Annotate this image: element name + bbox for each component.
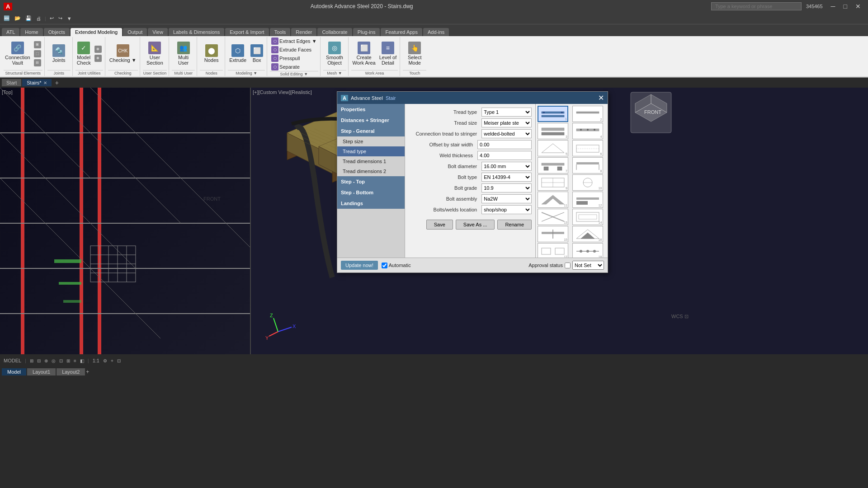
tab-stairs[interactable]: Stairs* ✕ <box>22 79 51 86</box>
thumb-9[interactable]: 9 <box>538 174 568 191</box>
tab-export-import[interactable]: Export & Import <box>225 28 269 36</box>
joint-util-btn-2[interactable]: ⊗ <box>93 54 103 62</box>
add-layout-button[interactable]: + <box>86 369 89 375</box>
select-bolt-grade[interactable]: 10.9 8.8 <box>481 183 532 192</box>
add-tab-button[interactable]: + <box>52 78 61 87</box>
automatic-checkbox-label[interactable]: Automatic <box>382 263 411 268</box>
grid-toggle[interactable]: ⊞ <box>30 358 33 363</box>
plus-button[interactable]: + <box>111 358 113 363</box>
nav-tread-dim-1[interactable]: Tread dimensions 1 <box>337 156 405 166</box>
joint-util-btn-1[interactable]: ⊕ <box>93 45 103 53</box>
thumb-5[interactable]: 5 <box>538 140 568 156</box>
joints-button[interactable]: 🔩 Joints <box>51 43 67 64</box>
nav-tread-type[interactable]: Tread type <box>337 146 405 156</box>
tab-objects[interactable]: Objects <box>44 28 70 36</box>
thumb-7[interactable]: 7 <box>538 157 568 174</box>
thumb-16[interactable]: 16 <box>572 226 603 242</box>
ortho-toggle[interactable]: ⊕ <box>44 358 48 363</box>
fullscreen-button[interactable]: ⊡ <box>117 358 121 363</box>
qa-more-button[interactable]: ▼ <box>65 15 74 22</box>
snap-toggle[interactable]: ⊟ <box>37 358 41 363</box>
thumb-8[interactable]: 8 <box>572 157 603 174</box>
maximize-button[interactable]: □ <box>840 2 851 11</box>
select-bolt-type[interactable]: EN 14399-4 <box>481 173 532 182</box>
input-offset[interactable] <box>477 140 532 149</box>
extrude-faces-button[interactable]: ⬡ Extrude Faces <box>270 46 318 54</box>
user-section-button[interactable]: 📐 UserSection <box>145 41 165 66</box>
nav-step-top[interactable]: Step - Top <box>337 176 405 187</box>
close-stairs-tab[interactable]: ✕ <box>43 80 47 85</box>
nodes-button[interactable]: ⬤ Nodes <box>203 43 220 64</box>
thumb-15[interactable]: 15 <box>538 226 568 242</box>
box-button[interactable]: ⬜ Box <box>249 43 265 64</box>
nav-properties[interactable]: Properties <box>337 104 405 115</box>
search-input[interactable] <box>711 2 802 10</box>
select-tread-size[interactable]: Meiser plate ste <box>481 118 532 127</box>
tab-output[interactable]: Output <box>123 28 147 36</box>
extract-edges-button[interactable]: ⬡ Extract Edges ▼ <box>270 37 318 45</box>
thumb-18[interactable]: 18 <box>572 243 603 258</box>
select-bolt-assembly[interactable]: Na2W <box>481 194 532 203</box>
automatic-checkbox[interactable] <box>382 263 387 268</box>
model-check-button[interactable]: ✓ ModelCheck <box>75 41 92 66</box>
lineweight-toggle[interactable]: ≡ <box>74 358 76 363</box>
print-button[interactable]: 🖨 <box>34 15 43 22</box>
right-viewport[interactable]: [+][Custom View][Realistic] <box>251 88 868 354</box>
struct-btn-3[interactable]: ⊟ <box>33 59 42 67</box>
save-as-button[interactable]: Save As ... <box>456 220 495 230</box>
tab-model[interactable]: Model <box>2 368 26 375</box>
tab-layout1[interactable]: Layout1 <box>27 368 56 375</box>
tab-render[interactable]: Render <box>291 28 316 36</box>
thumb-6[interactable]: 6 <box>572 140 603 156</box>
select-tread-type[interactable]: Type 1 Type 2 <box>481 108 532 117</box>
transparency-toggle[interactable]: ◧ <box>80 358 84 363</box>
tab-featured-apps[interactable]: Featured Apps <box>381 28 422 36</box>
smooth-object-button[interactable]: ◎ SmoothObject <box>325 41 344 66</box>
select-mode-button[interactable]: 👆 SelectMode <box>406 41 423 66</box>
thumb-1[interactable]: 1 <box>538 106 568 122</box>
update-now-button[interactable]: Update now! <box>341 261 378 270</box>
tab-tools[interactable]: Tools <box>270 28 291 36</box>
thumb-13[interactable]: 13 <box>538 209 568 225</box>
tab-labels-dimensions[interactable]: Labels & Dimensions <box>169 28 224 36</box>
save-button[interactable]: 💾 <box>24 14 33 22</box>
select-connection[interactable]: welded-bolted welded bolted <box>481 129 532 138</box>
nav-landings[interactable]: Landings <box>337 198 405 209</box>
nav-step-size[interactable]: Step size <box>337 136 405 146</box>
separate-button[interactable]: ⬡ Separate <box>270 63 318 71</box>
thumb-4[interactable]: 4 <box>572 123 603 139</box>
minimize-button[interactable]: ─ <box>827 2 839 11</box>
approval-checkbox[interactable] <box>565 263 571 268</box>
approval-select[interactable]: Not Set Approved Rejected <box>572 261 604 270</box>
extrude-button[interactable]: ⬡ Extrude <box>228 43 248 64</box>
new-button[interactable]: 🆕 <box>2 14 12 22</box>
thumb-3[interactable]: 3 <box>538 123 568 139</box>
rename-button[interactable]: Rename <box>497 220 532 230</box>
struct-btn-2[interactable]: ⬚ <box>33 50 42 58</box>
select-bolts-welds[interactable]: shop/shop field/field <box>481 205 532 214</box>
thumb-12[interactable]: 12 <box>572 192 603 208</box>
nav-tread-dim-2[interactable]: Tread dimensions 2 <box>337 166 405 176</box>
settings-button[interactable]: ⚙ <box>103 358 107 363</box>
nav-distances-stringer[interactable]: Distances + Stringer <box>337 115 405 126</box>
otrack-toggle[interactable]: ⊞ <box>66 358 70 363</box>
close-button[interactable]: ✕ <box>852 2 864 11</box>
multi-user-button[interactable]: 👥 MultiUser <box>175 41 192 66</box>
undo-button[interactable]: ↩ <box>48 14 56 22</box>
presspull-button[interactable]: ⬡ Presspull <box>270 54 318 62</box>
tab-layout2[interactable]: Layout2 <box>57 368 85 375</box>
checking-button[interactable]: CHK Checking ▼ <box>108 43 138 64</box>
thumb-11[interactable]: 11 <box>538 192 568 208</box>
thumb-14[interactable]: 14 <box>572 209 603 225</box>
tab-atl[interactable]: ATL <box>2 28 19 36</box>
redo-button[interactable]: ↪ <box>57 14 64 22</box>
tab-plugins[interactable]: Plug-ins <box>353 28 380 36</box>
input-weld[interactable] <box>477 151 532 160</box>
left-viewport[interactable]: [Top] <box>0 88 251 354</box>
tab-start[interactable]: Start <box>2 79 21 86</box>
struct-btn-1[interactable]: ⊞ <box>33 41 42 49</box>
nav-step-bottom[interactable]: Step - Bottom <box>337 187 405 198</box>
thumb-2[interactable]: 2 <box>572 106 603 122</box>
nav-step-general[interactable]: Step - General <box>337 126 405 136</box>
polar-toggle[interactable]: ◎ <box>52 358 56 363</box>
